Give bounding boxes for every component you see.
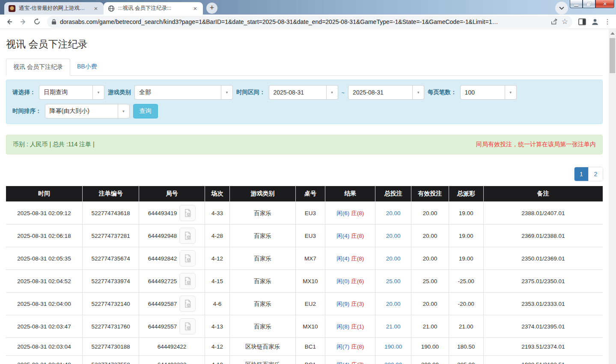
total-bet-link[interactable]: 300.00	[384, 361, 402, 364]
date-start-select[interactable]: 2025-08-31 ▼	[269, 85, 338, 100]
video-replay-button[interactable]	[179, 296, 196, 312]
share-icon[interactable]	[551, 18, 558, 25]
result-player: 闲(9)	[336, 301, 349, 307]
side-panel-icon[interactable]	[578, 18, 586, 25]
cell-time: 2025-08-31 02:04:52	[6, 270, 82, 293]
sort-select[interactable]: 降幂(由大到小) ▼	[45, 104, 130, 118]
cell-time: 2025-08-31 02:04:00	[6, 293, 82, 315]
cell-round-no: 644493419	[139, 202, 205, 225]
cell-note: 2369.01/2388.01	[483, 225, 603, 247]
table-row: 2025-08-31 02:03:47522774731760644492557…	[6, 315, 603, 338]
browser-tab-inactive[interactable]: 通宝-信誉最好的网上游戏平台 ×	[4, 2, 104, 15]
page-button-2[interactable]: 2	[589, 167, 603, 181]
round-number: 644492557	[148, 323, 177, 330]
chevron-down-icon: ▼	[412, 86, 424, 99]
cell-table-no: BC1	[295, 338, 325, 356]
tab-title: :::视讯 会员下注纪录:::	[118, 5, 188, 12]
cell-time: 2025-08-31 02:05:35	[6, 247, 82, 270]
game-type-select[interactable]: 全部 ▼	[134, 85, 233, 100]
total-bet-link[interactable]: 20.00	[386, 301, 401, 307]
cell-valid-bet: 20.00	[411, 225, 449, 247]
cell-total-bet: 190.00	[375, 338, 411, 356]
cell-note: 1908.51/2193.51	[483, 356, 603, 364]
minimize-button[interactable]	[570, 0, 583, 8]
reload-button[interactable]	[31, 16, 43, 28]
reload-icon	[33, 18, 41, 25]
close-window-button[interactable]: ✕	[595, 0, 614, 8]
filter-panel: 请选择： 日期查询 ▼ 游戏类别 全部 ▼ 时间区间： 2025-08-31 ▼	[6, 80, 603, 124]
cell-payout: -20.00	[449, 293, 483, 315]
cell-total-bet: 20.00	[375, 202, 411, 225]
tab-search-button[interactable]	[555, 2, 568, 15]
cell-bet-no: 522774737281	[82, 225, 139, 247]
total-bet-link[interactable]: 190.00	[384, 343, 402, 350]
cell-result: 闲(4)庄(8)	[325, 247, 375, 270]
tab-video-bet-records[interactable]: 视讯 会员下注纪录	[6, 59, 70, 76]
result-player: 闲(4)	[336, 361, 349, 364]
back-button[interactable]	[3, 16, 15, 28]
cell-valid-bet: 20.00	[411, 247, 449, 270]
close-tab-icon[interactable]: ×	[92, 5, 99, 12]
window-controls: ✕	[570, 0, 614, 8]
browser-menu-icon[interactable]: ⋮	[604, 18, 611, 26]
result-banker: 庄(8)	[351, 255, 364, 262]
total-bet-link[interactable]: 21.00	[386, 323, 401, 330]
bookmark-star-icon[interactable]: ☆	[562, 17, 568, 26]
column-header: 游戏类别	[230, 186, 295, 202]
cell-time: 2025-08-31 02:01:48	[6, 356, 82, 364]
result-banker: 庄(8)	[351, 343, 364, 350]
lock-icon	[51, 19, 57, 25]
restore-button[interactable]	[583, 0, 595, 8]
browser-tab-active[interactable]: :::视讯 会员下注纪录::: ×	[104, 2, 203, 15]
scrollbar-thumb[interactable]	[610, 38, 615, 73]
profile-avatar-icon[interactable]	[590, 17, 600, 27]
cell-payout: 19.00	[449, 202, 483, 225]
page-size-select[interactable]: 100 ▼	[460, 85, 517, 100]
page-button-1[interactable]: 1	[574, 167, 589, 181]
cell-time: 2025-08-31 02:09:12	[6, 202, 82, 225]
cell-session: 4-12	[205, 338, 230, 356]
video-replay-button[interactable]	[179, 205, 196, 221]
search-button[interactable]: 查询	[133, 104, 158, 118]
new-tab-button[interactable]: +	[206, 3, 217, 14]
cell-table-no: EU2	[295, 293, 325, 315]
tab-bb-tips[interactable]: BB小费	[70, 59, 104, 75]
cell-game-type: 区块链百家乐	[230, 356, 295, 364]
address-bar[interactable]: dorasabs.com/game/betrecord_search/kind3…	[47, 16, 572, 28]
cell-table-no: EU3	[295, 202, 325, 225]
cell-note: 2374.01/2395.01	[483, 315, 603, 338]
url-text: dorasabs.com/game/betrecord_search/kind3…	[60, 18, 547, 25]
cell-table-no: EU3	[295, 225, 325, 247]
page-scrollbar[interactable]	[609, 29, 616, 364]
cell-bet-no: 522774727558	[82, 356, 139, 364]
globe-icon	[108, 5, 115, 12]
total-bet-link[interactable]: 20.00	[386, 210, 401, 216]
column-header: 场次	[205, 186, 230, 202]
query-type-select[interactable]: 日期查询 ▼	[39, 85, 104, 100]
total-bet-link[interactable]: 20.00	[386, 255, 401, 262]
cell-valid-bet: 20.00	[411, 293, 449, 315]
browser-toolbar: dorasabs.com/game/betrecord_search/kind3…	[0, 15, 616, 29]
close-tab-icon[interactable]: ×	[192, 5, 199, 12]
round-number: 644492587	[148, 300, 177, 308]
cell-round-no: 644492725	[139, 270, 205, 293]
select-type-label: 请选择：	[12, 89, 36, 96]
video-replay-button[interactable]	[179, 228, 196, 244]
cell-result: 闲(8)庄(1)	[325, 315, 375, 338]
scrollbar-up-arrow-icon[interactable]	[610, 32, 615, 35]
total-bet-link[interactable]: 25.00	[386, 278, 401, 284]
video-replay-button[interactable]	[179, 318, 196, 334]
total-bet-link[interactable]: 20.00	[386, 233, 401, 239]
result-player: 闲(8)	[336, 323, 349, 330]
date-end-select[interactable]: 2025-08-31 ▼	[348, 85, 424, 100]
cell-game-type: 区块链百家乐	[230, 338, 295, 356]
cell-payout: 180.50	[449, 338, 483, 356]
pagination: 12	[6, 167, 603, 181]
range-separator: ~	[342, 89, 345, 96]
cell-total-bet: 300.00	[375, 356, 411, 364]
forward-button[interactable]	[17, 16, 29, 28]
video-replay-button[interactable]	[179, 250, 196, 266]
video-replay-button[interactable]	[179, 273, 196, 289]
site-favicon	[9, 5, 15, 12]
cell-game-type: 百家乐	[230, 315, 295, 338]
